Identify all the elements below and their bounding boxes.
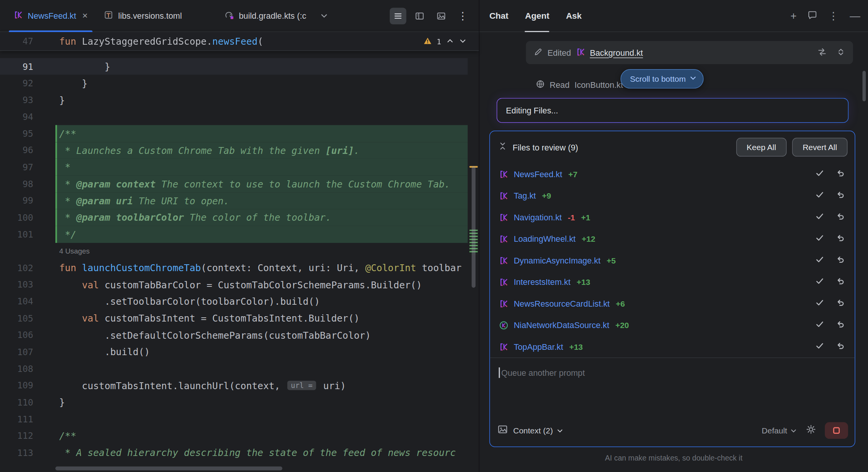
- revert-file-icon[interactable]: [836, 212, 845, 223]
- close-tab-icon[interactable]: ×: [82, 11, 87, 21]
- chat-bubble-icon[interactable]: [808, 10, 817, 21]
- collapse-icon[interactable]: [498, 142, 507, 153]
- accept-file-icon[interactable]: [815, 341, 824, 352]
- revert-file-icon[interactable]: [836, 320, 845, 331]
- code-line-105[interactable]: 105 val customTabsIntent = CustomTabsInt…: [0, 310, 468, 327]
- code-line-109[interactable]: 109 customTabsIntent.launchUrl(context, …: [0, 377, 468, 394]
- code-line-94[interactable]: 94: [0, 108, 468, 125]
- code-line-96[interactable]: 96 * Launches a Custom Chrome Tab with t…: [0, 142, 468, 159]
- revert-file-icon[interactable]: [836, 233, 845, 244]
- file-review-row[interactable]: InterestsItem.kt+13: [490, 271, 855, 293]
- code-line-108[interactable]: 108: [0, 360, 468, 377]
- keep-all-button[interactable]: Keep All: [736, 138, 787, 157]
- code-line-91[interactable]: 91 }: [0, 58, 468, 75]
- code-editor[interactable]: 91 }92 }93}9495/**96 * Launches a Custom…: [0, 51, 468, 472]
- code-line-102[interactable]: 102fun launchCustomChromeTab(context: Co…: [0, 260, 468, 276]
- prompt-input[interactable]: Queue another prompt: [490, 357, 855, 414]
- tab-build-gradle[interactable]: build.gradle.kts (:c: [215, 0, 314, 32]
- error-stripe[interactable]: [468, 51, 479, 472]
- file-review-row[interactable]: NewsResourceCardList.kt+6: [490, 293, 855, 315]
- edited-file-link[interactable]: Background.kt: [590, 48, 643, 57]
- prev-warning-icon[interactable]: [446, 36, 454, 47]
- file-review-row[interactable]: TopAppBar.kt+13: [490, 336, 855, 358]
- model-selector[interactable]: Default: [762, 426, 797, 435]
- file-name-link[interactable]: InterestsItem.kt: [514, 277, 571, 287]
- edited-file-card[interactable]: Edited Background.kt: [526, 41, 853, 64]
- file-review-row[interactable]: NewsFeed.kt+7: [490, 163, 855, 185]
- image-preview-icon[interactable]: [433, 8, 449, 24]
- code-line-111[interactable]: 111: [0, 411, 468, 427]
- next-warning-icon[interactable]: [459, 36, 466, 47]
- code-line-100[interactable]: 100 * @param toolbarColor The color of t…: [0, 209, 468, 226]
- scroll-to-bottom-button[interactable]: Scroll to bottom: [620, 69, 703, 89]
- attach-image-icon[interactable]: [498, 424, 508, 436]
- file-name-link[interactable]: Navigation.kt: [514, 212, 562, 222]
- code-line-106[interactable]: 106 .setDefaultColorSchemeParams(customT…: [0, 327, 468, 344]
- tab-agent[interactable]: Agent: [525, 0, 549, 32]
- code-line-93[interactable]: 93}: [0, 92, 468, 108]
- minimize-icon[interactable]: —: [850, 11, 860, 21]
- editor-list-icon[interactable]: [390, 8, 406, 24]
- file-review-row[interactable]: Navigation.kt-1+1: [490, 206, 855, 228]
- accept-file-icon[interactable]: [815, 255, 824, 266]
- revert-file-icon[interactable]: [836, 168, 845, 179]
- chat-scrollbar[interactable]: [863, 71, 866, 101]
- code-line-101[interactable]: 101 */: [0, 226, 468, 243]
- tab-libs-versions[interactable]: libs.versions.toml: [96, 0, 190, 32]
- file-review-row[interactable]: DynamicAsyncImage.kt+5: [490, 249, 855, 271]
- more-options-icon[interactable]: ⋮: [455, 8, 471, 24]
- file-review-row[interactable]: NiaNetworkDataSource.kt+20: [490, 314, 855, 336]
- revert-file-icon[interactable]: [836, 298, 845, 309]
- usages-hint[interactable]: 4 Usages: [59, 247, 90, 255]
- file-name-link[interactable]: LoadingWheel.kt: [514, 234, 576, 244]
- split-editor-icon[interactable]: [411, 8, 428, 24]
- stop-button[interactable]: [825, 422, 848, 439]
- file-name-link[interactable]: Tag.kt: [514, 191, 536, 200]
- code-line-95[interactable]: 95/**: [0, 125, 468, 142]
- code-line-104[interactable]: 104 .setToolbarColor(toolbarColor).build…: [0, 293, 468, 310]
- code-line-98[interactable]: 98 * @param context The context to use t…: [0, 176, 468, 192]
- file-review-row[interactable]: Tag.kt+9: [490, 185, 855, 207]
- file-name-link[interactable]: NewsResourceCardList.kt: [514, 299, 610, 308]
- code-line-113[interactable]: 113 * A sealed hierarchy describing the …: [0, 444, 468, 461]
- code-line-99[interactable]: 99 * @param uri The URI to open.: [0, 192, 468, 209]
- revert-all-button[interactable]: Revert All: [792, 138, 847, 157]
- hidden-tabs-chevron-icon[interactable]: [314, 0, 334, 32]
- code-line-107[interactable]: 107 .build(): [0, 344, 468, 360]
- code-line-103[interactable]: 103 val customTabBarColor = CustomTabCol…: [0, 276, 468, 293]
- code-line-92[interactable]: 92 }: [0, 75, 468, 92]
- code-line-97[interactable]: 97 *: [0, 159, 468, 176]
- file-name-link[interactable]: TopAppBar.kt: [514, 342, 563, 351]
- read-file-row[interactable]: Read IconButton.kt: [536, 76, 623, 93]
- file-name-link[interactable]: NewsFeed.kt: [514, 169, 562, 179]
- code-line-110[interactable]: 110}: [0, 394, 468, 411]
- accept-file-icon[interactable]: [815, 168, 824, 179]
- gear-icon[interactable]: [806, 424, 816, 436]
- code-line-112[interactable]: 112/**: [0, 427, 468, 444]
- accept-file-icon[interactable]: [815, 298, 824, 309]
- tab-ask[interactable]: Ask: [566, 0, 581, 32]
- context-selector[interactable]: Context (2): [513, 426, 563, 435]
- sticky-code-line[interactable]: 47 fun LazyStaggeredGridScope.newsFeed( …: [0, 32, 479, 51]
- new-chat-icon[interactable]: +: [790, 11, 797, 21]
- file-name-link[interactable]: DynamicAsyncImage.kt: [514, 255, 601, 265]
- file-review-row[interactable]: LoadingWheel.kt+12: [490, 228, 855, 250]
- horizontal-scrollbar[interactable]: [55, 466, 282, 470]
- revert-file-icon[interactable]: [836, 341, 845, 352]
- more-options-icon[interactable]: ⋮: [828, 11, 839, 21]
- accept-file-icon[interactable]: [815, 320, 824, 331]
- expand-collapse-icon[interactable]: [836, 47, 845, 58]
- revert-file-icon[interactable]: [836, 276, 845, 288]
- revert-file-icon[interactable]: [836, 190, 845, 201]
- accept-file-icon[interactable]: [815, 212, 824, 223]
- accept-file-icon[interactable]: [815, 233, 824, 244]
- file-name-link[interactable]: NiaNetworkDataSource.kt: [514, 320, 609, 330]
- usages-inlay-row[interactable]: 4 Usages: [0, 243, 468, 260]
- accept-file-icon[interactable]: [815, 276, 824, 288]
- revert-file-icon[interactable]: [836, 255, 845, 266]
- tab-chat[interactable]: Chat: [489, 0, 508, 32]
- accept-file-icon[interactable]: [815, 190, 824, 201]
- tab-newsfeed[interactable]: NewsFeed.kt ×: [5, 0, 96, 32]
- vertical-scrollbar[interactable]: [472, 166, 476, 288]
- open-diff-icon[interactable]: [818, 47, 826, 58]
